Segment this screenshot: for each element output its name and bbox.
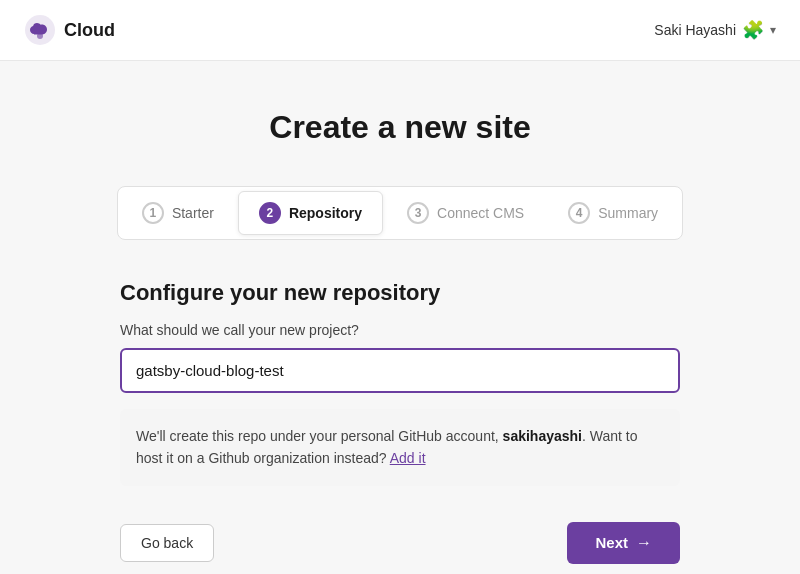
info-text-before: We'll create this repo under your person… [136,428,503,444]
arrow-right-icon: → [636,534,652,552]
step-3-label: Connect CMS [437,205,524,221]
field-label: What should we call your new project? [120,322,680,338]
step-starter[interactable]: 1 Starter [122,191,234,235]
info-box: We'll create this repo under your person… [120,409,680,486]
step-repository[interactable]: 2 Repository [238,191,383,235]
info-account: sakihayashi [503,428,582,444]
form-container: Configure your new repository What shoul… [120,280,680,564]
page-title: Create a new site [269,109,530,146]
step-summary[interactable]: 4 Summary [548,191,678,235]
next-button-label: Next [595,534,628,551]
repository-name-input[interactable] [120,348,680,393]
form-title: Configure your new repository [120,280,680,306]
chevron-down-icon: ▾ [770,23,776,37]
step-2-number: 2 [259,202,281,224]
step-3-number: 3 [407,202,429,224]
step-2-label: Repository [289,205,362,221]
step-connect-cms[interactable]: 3 Connect CMS [387,191,544,235]
svg-point-1 [37,33,43,39]
step-4-number: 4 [568,202,590,224]
user-menu[interactable]: Saki Hayashi 🧩 ▾ [654,19,776,41]
cloud-logo-icon [24,14,56,46]
header: Cloud Saki Hayashi 🧩 ▾ [0,0,800,61]
step-1-label: Starter [172,205,214,221]
logo-area: Cloud [24,14,115,46]
steps-nav: 1 Starter 2 Repository 3 Connect CMS 4 S… [117,186,683,240]
form-footer: Go back Next → [120,522,680,564]
go-back-button[interactable]: Go back [120,524,214,562]
user-name: Saki Hayashi [654,22,736,38]
step-4-label: Summary [598,205,658,221]
step-1-number: 1 [142,202,164,224]
add-organization-link[interactable]: Add it [390,450,426,466]
main-content: Create a new site 1 Starter 2 Repository… [0,61,800,574]
puzzle-icon: 🧩 [742,19,764,41]
logo-text: Cloud [64,20,115,41]
next-button[interactable]: Next → [567,522,680,564]
